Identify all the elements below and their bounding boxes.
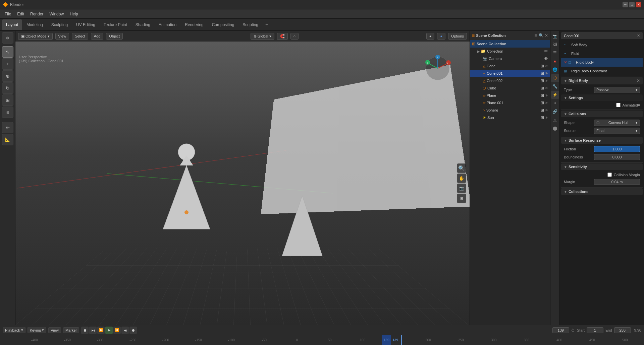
viewport-add-btn[interactable]: Add bbox=[91, 33, 104, 40]
annotate-tool[interactable]: ✏ bbox=[2, 122, 13, 133]
sphere-eye-icon[interactable]: 👁 bbox=[545, 109, 548, 112]
play-btn[interactable]: ▶ bbox=[105, 327, 113, 334]
tab-uv-editing[interactable]: UV Editing bbox=[72, 19, 99, 30]
marker-dropdown[interactable]: Marker bbox=[63, 327, 79, 333]
source-dropdown[interactable]: Final ▾ bbox=[594, 128, 640, 134]
prop-material-icon[interactable]: ⬤ bbox=[551, 124, 559, 132]
viewport-object-btn[interactable]: Object bbox=[106, 33, 123, 40]
camera-eye-icon[interactable]: 👁 bbox=[544, 56, 548, 61]
playback-dropdown[interactable]: Playback ▾ bbox=[3, 327, 25, 333]
first-frame-btn[interactable]: ⏺ bbox=[81, 327, 89, 334]
next-keyframe-btn[interactable]: ⏩ bbox=[113, 327, 121, 334]
measure-tool[interactable]: 📐 bbox=[2, 134, 13, 145]
timeline-ruler[interactable]: -400 -350 -300 -250 -200 -150 -100 -50 0… bbox=[0, 335, 644, 345]
snap-tool[interactable]: 🧲 bbox=[277, 33, 288, 40]
select-tool[interactable]: ↖ bbox=[2, 46, 13, 58]
tab-shading[interactable]: Shading bbox=[131, 19, 154, 30]
minimize-button[interactable]: ─ bbox=[623, 2, 628, 7]
prop-physics-icon[interactable]: ⚡ bbox=[551, 91, 559, 99]
physics-fluid[interactable]: ≈ Fluid bbox=[561, 49, 643, 58]
collisions-section-header[interactable]: ▼ Collisions bbox=[561, 111, 643, 117]
options-button[interactable]: Options bbox=[448, 33, 467, 40]
outliner-item-camera[interactable]: 📷 Camera 👁 bbox=[470, 55, 550, 62]
prop-modifier-icon[interactable]: 🔧 bbox=[551, 82, 559, 90]
proportional-edit[interactable]: ○ bbox=[290, 33, 299, 40]
toolbar-expand[interactable]: ⚙ bbox=[2, 32, 13, 44]
outliner-item-cone002[interactable]: △ Cone.002 ⊞ 👁 bbox=[470, 77, 550, 84]
tab-modeling[interactable]: Modeling bbox=[22, 19, 47, 30]
prop-output-icon[interactable]: 🖼 bbox=[551, 41, 559, 49]
transform-tool[interactable]: ⊟ bbox=[2, 107, 13, 118]
move-tool[interactable]: ⊕ bbox=[2, 70, 13, 82]
add-workspace-button[interactable]: + bbox=[263, 19, 271, 30]
prop-object-icon[interactable]: ⬡ bbox=[551, 74, 559, 82]
cone-eye-icon[interactable]: 👁 bbox=[545, 64, 548, 68]
cone002-eye-icon[interactable]: 👁 bbox=[545, 79, 548, 83]
prop-data-icon[interactable]: △ bbox=[551, 116, 559, 124]
end-frame-input[interactable]: 250 bbox=[614, 327, 631, 333]
cube-eye-icon[interactable]: 👁 bbox=[545, 86, 548, 90]
menu-render[interactable]: Render bbox=[28, 11, 46, 17]
last-frame-btn[interactable]: ⏺ bbox=[129, 327, 137, 334]
rotate-tool[interactable]: ↻ bbox=[2, 82, 13, 94]
physics-soft-body[interactable]: ~ Soft Body bbox=[561, 41, 643, 49]
viewport-view-btn[interactable]: View bbox=[55, 33, 69, 40]
rigid-body-x-icon[interactable]: ✕ bbox=[564, 60, 567, 65]
menu-window[interactable]: Window bbox=[47, 11, 66, 17]
animated-checkbox[interactable] bbox=[616, 103, 621, 107]
physics-rigid-body-constraint[interactable]: ⊞ Rigid Body Constraint bbox=[561, 67, 643, 75]
tab-compositing[interactable]: Compositing bbox=[208, 19, 238, 30]
tab-scripting[interactable]: Scripting bbox=[238, 19, 262, 30]
outliner-search-icon[interactable]: 🔍 bbox=[539, 33, 544, 38]
bounciness-input[interactable]: 0.000 bbox=[594, 154, 640, 160]
viewport-shading-solid[interactable]: ● bbox=[426, 33, 435, 40]
zoom-in-btn[interactable]: 🔍 bbox=[457, 163, 466, 173]
prev-keyframe-btn[interactable]: ⏪ bbox=[97, 327, 105, 334]
rigid-body-close-btn[interactable]: ✕ bbox=[637, 78, 640, 83]
sun-eye-icon[interactable]: 👁 bbox=[545, 116, 548, 120]
tab-texture-paint[interactable]: Texture Paint bbox=[100, 19, 131, 30]
close-object-icon[interactable]: ✕ bbox=[637, 33, 640, 38]
outliner-filter-icon[interactable]: ⊟ bbox=[534, 33, 538, 38]
prop-render-icon[interactable]: 📷 bbox=[551, 32, 559, 40]
margin-input[interactable]: 0.04 m bbox=[594, 179, 640, 185]
collections-section-header[interactable]: ▼ Collections bbox=[561, 188, 643, 195]
viewport-select-btn[interactable]: Select bbox=[72, 33, 88, 40]
outliner-item-sphere[interactable]: ○ Sphere ⊞ 👁 bbox=[470, 107, 550, 114]
global-orientation[interactable]: ⊕ Global ▾ bbox=[251, 33, 274, 40]
tab-rendering[interactable]: Rendering bbox=[181, 19, 207, 30]
cursor-tool[interactable]: ✛ bbox=[2, 58, 13, 70]
surface-response-section-header[interactable]: ▼ Surface Response bbox=[561, 137, 643, 144]
plane001-eye-icon[interactable]: 👁 bbox=[545, 101, 548, 105]
viewport-gizmo[interactable]: X Y Z bbox=[424, 55, 451, 82]
menu-file[interactable]: File bbox=[2, 11, 14, 17]
friction-input[interactable]: 1.000 bbox=[594, 146, 640, 152]
current-frame-display[interactable]: 139 bbox=[552, 327, 569, 333]
collection-eye-icon[interactable]: 👁 bbox=[544, 49, 548, 54]
maximize-button[interactable]: □ bbox=[629, 2, 635, 7]
lock-camera-btn[interactable]: ⊞ bbox=[457, 194, 466, 203]
prop-scene-icon[interactable]: 🔺 bbox=[551, 57, 559, 65]
viewport-shading-rendered[interactable]: ● bbox=[437, 33, 445, 40]
outliner-item-cube[interactable]: ⬡ Cube ⊞ 👁 bbox=[470, 84, 550, 92]
jump-end-btn[interactable]: ⏭ bbox=[121, 327, 129, 334]
settings-section-header[interactable]: ▼ Settings bbox=[561, 94, 643, 101]
prop-particles-icon[interactable]: ✦ bbox=[551, 99, 559, 107]
prop-constraints-icon[interactable]: 🔗 bbox=[551, 108, 559, 116]
jump-start-btn[interactable]: ⏮ bbox=[89, 327, 97, 334]
outliner-item-plane001[interactable]: ▱ Plane.001 ⊞ 👁 bbox=[470, 99, 550, 107]
rigid-body-section-header[interactable]: ▼ Rigid Body ✕ bbox=[561, 77, 643, 84]
outliner-close-icon[interactable]: ✕ bbox=[545, 33, 548, 38]
plane-eye-icon[interactable]: 👁 bbox=[545, 94, 548, 97]
camera-view-btn[interactable]: 📷 bbox=[457, 184, 466, 193]
prop-view-layer-icon[interactable]: ☰ bbox=[551, 49, 559, 57]
prop-world-icon[interactable]: 🌐 bbox=[551, 66, 559, 74]
collision-margin-checkbox[interactable] bbox=[607, 172, 612, 177]
view-dropdown[interactable]: View bbox=[48, 327, 61, 333]
outliner-item-scene-collection[interactable]: ⊞ Scene Collection bbox=[470, 40, 550, 48]
pan-btn[interactable]: ✋ bbox=[457, 174, 466, 183]
viewport-mode-selector[interactable]: ▣ Object Mode ▾ bbox=[18, 33, 53, 40]
scale-tool[interactable]: ⊞ bbox=[2, 94, 13, 106]
keying-dropdown[interactable]: Keying ▾ bbox=[28, 327, 47, 333]
type-dropdown[interactable]: Passive ▾ bbox=[594, 87, 640, 93]
